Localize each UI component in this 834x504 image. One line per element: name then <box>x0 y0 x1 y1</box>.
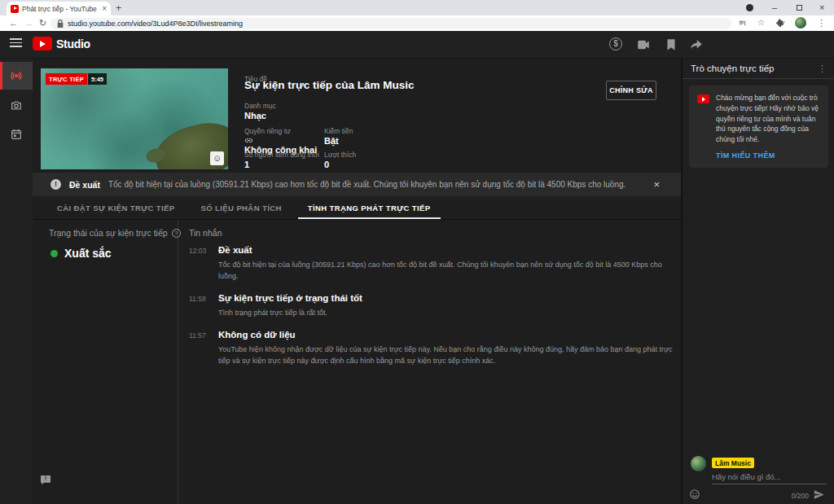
url-field[interactable]: studio.youtube.com/video/3Lud4P8e3DI/liv… <box>50 18 731 29</box>
message-desc: YouTube hiện không nhận được dữ liệu của… <box>218 344 674 367</box>
chat-header: Trò chuyện trực tiếp ⋮ <box>683 59 834 79</box>
tab-title: Phát trực tiếp - YouTube Studio <box>22 5 99 13</box>
tab-stream-health[interactable]: TÌNH TRẠNG PHÁT TRỰC TIẾP <box>295 196 444 219</box>
message-list: 12:03 Đề xuất Tốc độ bit hiện tại của lu… <box>189 245 678 378</box>
message-item: 11:57 Không có dữ liệu YouTube hiện khôn… <box>189 330 678 367</box>
browser-address-bar: ← → ↻ studio.youtube.com/video/3Lud4P8e3… <box>0 15 834 31</box>
youtube-icon <box>697 94 709 103</box>
viewers-label: Số người xem đồng thời <box>244 151 319 159</box>
banner-close-icon[interactable]: × <box>653 178 660 191</box>
youtube-favicon-icon <box>11 5 19 13</box>
calendar-icon <box>10 128 23 141</box>
status-dot-icon <box>50 250 58 257</box>
owner-name-badge: Lâm Music <box>712 458 754 468</box>
live-chat-panel: Trò chuyện trực tiếp ⋮ Chào mừng bạn đến… <box>682 59 834 504</box>
youtube-logo-icon <box>33 37 52 50</box>
tab-bar: CÀI ĐẶT SỰ KIỆN TRỰC TIẾP SỐ LIỆU PHÂN T… <box>33 196 681 220</box>
window-maximize-button[interactable] <box>797 5 802 11</box>
mini-sidebar <box>0 59 33 504</box>
chat-title: Trò chuyện trực tiếp <box>691 64 818 73</box>
sidebar-item-livestream[interactable] <box>0 62 33 90</box>
browser-tab-strip: Phát trực tiếp - YouTube Studio × + – × <box>0 0 834 15</box>
lock-icon <box>57 20 64 28</box>
message-time: 11:57 <box>189 331 206 340</box>
browser-profile-avatar[interactable] <box>795 17 806 28</box>
message-time: 11:58 <box>189 295 206 303</box>
studio-header: Studio $ KẾT THÚC SỰ KIỆN TRỰC TIẾP <box>0 31 834 59</box>
message-title: Không có dữ liệu <box>218 330 678 340</box>
message-title: Sự kiện trực tiếp ở trạng thái tốt <box>218 293 678 303</box>
studio-logo-text: Studio <box>56 37 90 50</box>
share-icon[interactable] <box>689 37 704 52</box>
banner-title: Đề xuất <box>69 180 100 190</box>
messages-header: Tin nhắn <box>189 228 222 238</box>
chat-user-avatar <box>691 456 706 471</box>
extensions-icon[interactable] <box>776 19 785 28</box>
window-close-button[interactable]: × <box>819 2 824 12</box>
edit-button[interactable]: CHỈNH SỬA <box>606 81 656 100</box>
unlisted-link-icon <box>244 136 253 145</box>
chat-message-input[interactable]: Hãy nói điều gì đó... <box>712 472 781 481</box>
tab-close-icon[interactable]: × <box>102 4 107 13</box>
broadcast-icon <box>9 68 24 83</box>
channel-watermark: ☺ <box>210 151 224 165</box>
monetization-label: Kiếm tiền <box>324 127 353 135</box>
back-icon[interactable]: ← <box>9 18 18 28</box>
sidebar-item-manage[interactable] <box>0 121 33 148</box>
new-tab-button[interactable]: + <box>116 2 121 14</box>
message-time: 12:03 <box>189 247 206 255</box>
category-value: Nhạc <box>244 111 266 121</box>
message-item: 11:58 Sự kiện trực tiếp ở trạng thái tốt… <box>189 293 678 319</box>
camera-icon <box>10 99 23 112</box>
send-icon[interactable] <box>813 489 825 501</box>
tab-analytics[interactable]: SỐ LIỆU PHÂN TÍCH <box>188 196 295 219</box>
alert-icon: ! <box>50 179 61 190</box>
bookmark-star-icon[interactable]: ☆ <box>757 18 765 27</box>
char-counter: 0/200 <box>792 492 809 500</box>
reading-list-icon[interactable] <box>738 19 747 28</box>
privacy-label: Quyền riêng tư <box>244 127 291 135</box>
help-icon[interactable]: ? <box>172 229 181 238</box>
bookmark-icon[interactable] <box>664 37 678 52</box>
chat-welcome-card: Chào mừng bạn đến với cuộc trò chuyện tr… <box>689 85 828 168</box>
chat-menu-kebab-icon[interactable]: ⋮ <box>818 64 827 74</box>
window-minimize-button[interactable]: – <box>772 2 777 12</box>
reload-icon[interactable]: ↻ <box>39 18 46 28</box>
sidebar-item-webcam[interactable] <box>0 91 33 119</box>
hamburger-menu-icon[interactable] <box>10 38 22 47</box>
monetization-value: Bật <box>324 136 339 146</box>
monetization-icon[interactable]: $ <box>609 37 622 50</box>
category-label: Danh mục <box>244 102 276 110</box>
message-item: 12:03 Đề xuất Tốc độ bit hiện tại của lu… <box>189 245 678 283</box>
create-video-icon[interactable] <box>636 37 651 52</box>
stream-time-badge: 5:45 <box>88 73 107 85</box>
live-video-preview[interactable]: TRỰC TIẾP 5:45 ☺ <box>41 68 228 169</box>
viewers-value: 1 <box>244 160 249 169</box>
column-divider <box>178 220 178 504</box>
chat-input-underline <box>712 484 827 484</box>
feedback-icon[interactable]: ! <box>39 474 52 487</box>
recommendation-banner: ! Đề xuất Tốc độ bit hiện tại của luồng … <box>33 173 681 196</box>
message-title: Đề xuất <box>218 245 678 255</box>
status-value: Xuất sắc <box>64 247 112 260</box>
likes-label: Lượt thích <box>324 151 356 159</box>
browser-tab[interactable]: Phát trực tiếp - YouTube Studio × <box>7 2 111 15</box>
emoji-icon[interactable] <box>689 489 700 500</box>
live-badge: TRỰC TIẾP <box>46 73 87 85</box>
url-text: studio.youtube.com/video/3Lud4P8e3DI/liv… <box>68 20 243 28</box>
message-desc: Tình trạng phát trực tiếp là rất tốt. <box>218 308 674 319</box>
message-desc: Tốc độ bit hiện tại của luồng (30591.21 … <box>218 260 674 283</box>
video-title: Sự kiện trực tiếp của Lâm Music <box>244 79 415 91</box>
likes-value: 0 <box>324 160 329 169</box>
banner-text: Tốc độ bit hiện tại của luồng (30591.21 … <box>108 180 645 189</box>
screen: Phát trực tiếp - YouTube Studio × + – × … <box>0 0 834 504</box>
studio-logo[interactable]: Studio <box>33 37 90 50</box>
browser-menu-kebab-icon[interactable]: ⋮ <box>817 18 826 28</box>
chat-input-area: Lâm Music Hãy nói điều gì đó... 0/200 <box>683 452 834 504</box>
main-content: TRỰC TIẾP 5:45 ☺ Tiêu đề Sự kiện trực ti… <box>33 59 681 504</box>
stream-status-header: Trạng thái của sự kiện trực tiếp ? <box>49 228 181 238</box>
profile-dot-icon <box>746 4 753 11</box>
tab-stream-settings[interactable]: CÀI ĐẶT SỰ KIỆN TRỰC TIẾP <box>44 196 188 219</box>
forward-icon[interactable]: → <box>24 18 33 28</box>
learn-more-link[interactable]: TÌM HIỂU THÊM <box>716 151 821 160</box>
